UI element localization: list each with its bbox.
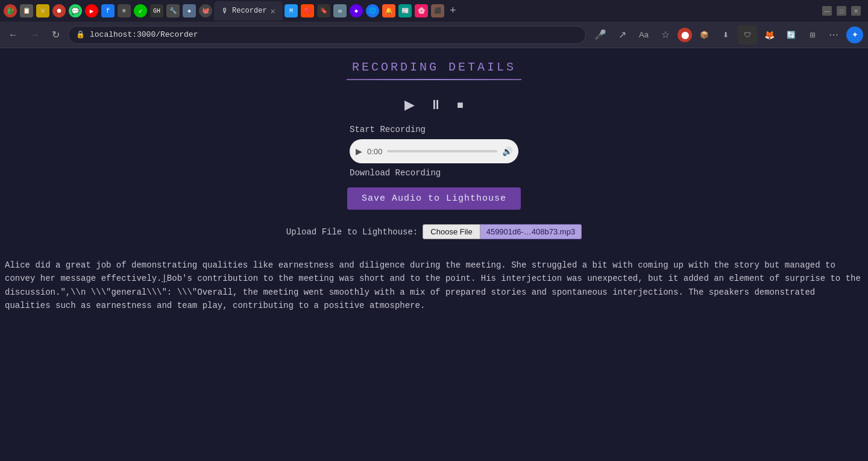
upload-section: Upload File to Lighthouse: Choose File 4… [286, 224, 582, 239]
url-text: localhost:3000/Recorder [90, 30, 198, 39]
audio-volume-button[interactable]: 🔊 [502, 146, 512, 156]
tab-icon-19[interactable]: 🌐 [366, 4, 379, 17]
back-button[interactable]: ← [5, 27, 22, 43]
active-tab-title: Recorder [232, 7, 267, 15]
extensions-button1[interactable]: ⬤ [678, 28, 692, 42]
start-recording-label: Start Recording [350, 125, 518, 134]
tab-icon-13[interactable]: 🐙 [199, 4, 212, 17]
page-content: RECORDING DETAILS Start Recording ▶ 0:00… [0, 48, 868, 325]
upload-label: Upload File to Lighthouse: [286, 227, 418, 237]
forward-button[interactable]: → [27, 27, 43, 43]
extensions-button4[interactable]: 🛡 [738, 25, 757, 45]
tab-icon-8[interactable]: ≡ [118, 4, 131, 17]
reader-button[interactable]: Aa [634, 25, 653, 45]
refresh-button[interactable]: ↻ [48, 27, 63, 43]
bookmark-button[interactable]: ☆ [656, 25, 675, 45]
play-button[interactable] [402, 95, 417, 115]
address-bar[interactable]: 🔒 localhost:3000/Recorder [68, 26, 586, 44]
tab-close-button[interactable]: ✕ [271, 6, 275, 16]
nav-bar: ← → ↻ 🔒 localhost:3000/Recorder 🎤 ↗ Aa ☆… [0, 22, 868, 48]
browser-chrome: 🐉 📋 W ⏺ 💬 ▶ f ≡ ✓ GH 🔧 ◈ 🐙 🎙 Recorder ✕ … [0, 0, 868, 48]
sidebar-toggle[interactable]: ⊞ [803, 25, 822, 45]
security-icon: 🔒 [76, 30, 85, 39]
file-input-wrapper: Choose File 459901d6-…408b73.mp3 [423, 224, 582, 239]
maximize-button[interactable]: □ [837, 6, 846, 16]
tab-icon-12[interactable]: ◈ [183, 4, 196, 17]
audio-progress-bar[interactable] [387, 150, 497, 152]
tab-icon-16[interactable]: 🔖 [317, 4, 330, 17]
audio-time: 0:00 [367, 147, 382, 156]
new-tab-button[interactable]: + [446, 5, 460, 17]
stop-button[interactable] [454, 96, 466, 114]
title-underline [347, 79, 521, 80]
extensions-button6[interactable]: 🔄 [781, 25, 800, 45]
tab-bar: 🐉 📋 W ⏺ 💬 ▶ f ≡ ✓ GH 🔧 ◈ 🐙 🎙 Recorder ✕ … [0, 0, 868, 22]
close-button[interactable]: ✕ [851, 6, 861, 16]
tab-icon-18[interactable]: ◆ [350, 4, 363, 17]
tab-icon-1[interactable]: 🐉 [4, 4, 17, 17]
file-name-display: 459901d6-…408b73.mp3 [480, 224, 582, 239]
tab-icon-21[interactable]: 📰 [398, 4, 412, 17]
tab-icon-14[interactable]: M [285, 4, 298, 17]
extensions-button5[interactable]: 🦊 [760, 25, 779, 45]
tab-icon-5[interactable]: 💬 [69, 4, 82, 17]
audio-play-button[interactable]: ▶ [356, 146, 362, 156]
tab-icon-22[interactable]: 🌸 [415, 4, 428, 17]
tab-icon-23[interactable]: ⬛ [431, 4, 444, 17]
tab-icons-row: 🐉 📋 W ⏺ 💬 ▶ f ≡ ✓ GH 🔧 ◈ 🐙 🎙 Recorder ✕ … [2, 1, 822, 20]
download-recording-label: Download Recording [350, 168, 518, 178]
ai-button[interactable]: ✦ [846, 27, 863, 43]
window-controls: — □ ✕ [822, 6, 866, 16]
extensions-button2[interactable]: 📦 [694, 25, 714, 45]
extensions-button3[interactable]: ⬇ [716, 25, 735, 45]
recording-section: RECORDING DETAILS Start Recording ▶ 0:00… [286, 60, 582, 259]
audio-player: ▶ 0:00 🔊 [350, 139, 518, 163]
tab-icon-2[interactable]: 📋 [20, 4, 33, 17]
active-tab[interactable]: 🎙 Recorder ✕ [214, 1, 283, 20]
transcript-text: Alice did a great job of demonstrating q… [2, 259, 866, 313]
playback-controls [402, 95, 466, 115]
mic-button[interactable]: 🎤 [591, 25, 610, 45]
share-button[interactable]: ↗ [612, 25, 632, 45]
tab-icon-9[interactable]: ✓ [134, 4, 147, 17]
tab-icon-3[interactable]: W [36, 4, 49, 17]
tab-icon-15[interactable]: 🔴 [301, 4, 314, 17]
tab-icon-4[interactable]: ⏺ [52, 4, 66, 17]
tab-icon-11[interactable]: 🔧 [166, 4, 180, 17]
choose-file-button[interactable]: Choose File [423, 224, 480, 239]
more-button[interactable]: ⋯ [825, 25, 844, 45]
pause-button[interactable] [427, 95, 445, 115]
page-title: RECORDING DETAILS [352, 60, 516, 74]
tab-icon-6[interactable]: ▶ [85, 4, 98, 17]
tab-icon-10[interactable]: GH [150, 4, 163, 17]
tab-icon-7[interactable]: f [101, 4, 115, 17]
nav-actions: 🎤 ↗ Aa ☆ ⬤ 📦 ⬇ 🛡 🦊 🔄 ⊞ ⋯ ✦ [591, 25, 863, 45]
tab-icon-20[interactable]: 🔔 [382, 4, 395, 17]
active-tab-icon: 🎙 [221, 7, 228, 16]
save-audio-button[interactable]: Save Audio to Lighthouse [347, 187, 521, 210]
main-content-area: RECORDING DETAILS Start Recording ▶ 0:00… [2, 48, 866, 325]
minimize-button[interactable]: — [822, 6, 832, 16]
tab-icon-17[interactable]: ✉ [333, 4, 347, 17]
